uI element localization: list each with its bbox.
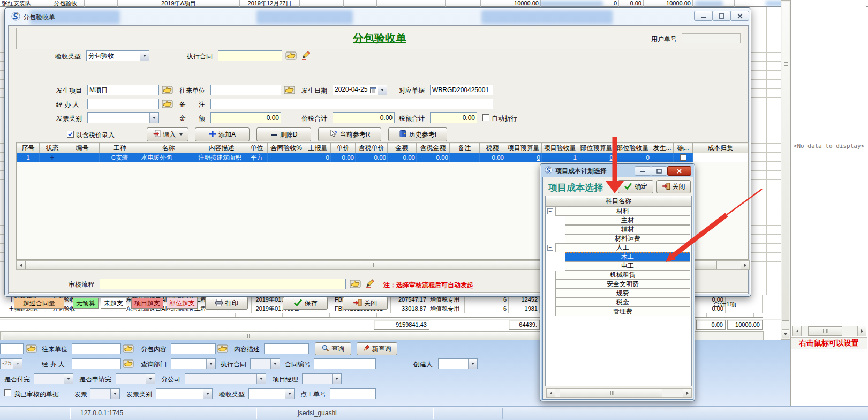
- accept-type-combo[interactable]: 分包验收: [86, 50, 149, 61]
- applied-combo[interactable]: [116, 373, 155, 384]
- tree-item-selected[interactable]: 木工: [546, 252, 691, 261]
- dialog-close-button[interactable]: [667, 166, 691, 176]
- grid-header-cell[interactable]: 税额: [480, 143, 505, 153]
- scroll-right-button[interactable]: [741, 261, 749, 269]
- grid-header-cell[interactable]: 项目预算量: [505, 143, 542, 153]
- audited-checkbox[interactable]: [4, 389, 11, 396]
- amount-input[interactable]: [210, 112, 281, 123]
- tree-item[interactable]: 主材: [546, 216, 691, 225]
- history-reference-button[interactable]: 历史参考I: [388, 128, 447, 141]
- dept-combo[interactable]: [171, 358, 216, 369]
- grid-header-cell[interactable]: 上报量: [305, 143, 331, 153]
- grid-header-cell[interactable]: 部位预算量: [578, 143, 615, 153]
- auto-wrap-checkbox[interactable]: [482, 114, 489, 121]
- hand-picker-icon[interactable]: [26, 344, 37, 355]
- hscrollbar-thumb[interactable]: [3, 332, 593, 340]
- grid-data-row-selected[interactable]: 1 + C安装 水电暖外包 注明按建筑面积 平方 0 0.00 0.00 0.0…: [17, 153, 749, 162]
- scroll-left-button[interactable]: [17, 261, 25, 269]
- handler-input[interactable]: [87, 99, 159, 109]
- right-panel-hscrollbar[interactable]: [792, 326, 866, 336]
- date-picker[interactable]: 2020-04-25: [333, 85, 387, 95]
- chevron-down-icon[interactable]: [378, 85, 387, 95]
- print-button[interactable]: 打印: [205, 297, 248, 310]
- tree-item[interactable]: 材料运费: [546, 234, 691, 243]
- work-no-input[interactable]: [330, 388, 376, 399]
- hand-picker-icon[interactable]: [217, 344, 228, 355]
- grid-header-cell[interactable]: 项目验收量: [542, 143, 578, 153]
- description-input[interactable]: [264, 343, 309, 354]
- total-with-tax-input[interactable]: [333, 112, 395, 123]
- accept-type-combo[interactable]: [248, 388, 295, 399]
- invoice-type-combo[interactable]: [87, 112, 159, 123]
- handler-input[interactable]: [72, 358, 121, 369]
- dialog-minimize-button[interactable]: [635, 166, 651, 176]
- calendar-icon[interactable]: [369, 85, 378, 95]
- import-button[interactable]: 调入: [147, 128, 188, 141]
- tree-item[interactable]: 电工: [546, 261, 691, 271]
- project-budget-link[interactable]: 0: [537, 154, 540, 161]
- save-button[interactable]: 保存: [283, 297, 328, 310]
- hand-picker-icon[interactable]: [162, 100, 173, 110]
- date-combo-partial[interactable]: -25: [0, 358, 22, 369]
- hscrollbar-thumb[interactable]: [808, 326, 842, 336]
- tree-item[interactable]: 税金: [546, 298, 691, 307]
- tree-header[interactable]: 科目名称: [546, 196, 691, 207]
- doc-no-input[interactable]: [430, 85, 493, 95]
- grid-header-cell[interactable]: 含税单价: [356, 143, 388, 153]
- maximize-button[interactable]: [712, 11, 731, 21]
- dialog-titlebar[interactable]: 项目成本计划选择: [540, 164, 695, 177]
- hand-picker-icon[interactable]: [284, 86, 295, 96]
- current-reference-button[interactable]: ? 当前参考R: [318, 128, 381, 141]
- tax-included-checkbox[interactable]: [67, 131, 74, 138]
- project-input[interactable]: [87, 85, 159, 95]
- tax-total-input[interactable]: [430, 112, 477, 123]
- grid-header-cell[interactable]: 序号: [17, 143, 40, 153]
- grid-header-cell[interactable]: 合同验收%: [268, 143, 305, 153]
- remark-input[interactable]: [210, 99, 493, 109]
- h and-picker-icon[interactable]: [123, 359, 134, 370]
- new-query-button[interactable]: 新查询: [357, 342, 397, 355]
- grid-header-cell[interactable]: 状态: [40, 143, 65, 153]
- vertical-scrollbar-thumb[interactable]: [782, 2, 789, 321]
- scroll-left-button[interactable]: [547, 389, 555, 398]
- audit-flow-input[interactable]: [100, 279, 346, 289]
- hand-picker-icon[interactable]: [285, 51, 297, 62]
- dialog-close-form-button[interactable]: 关闭: [656, 180, 691, 193]
- grid-header-cell[interactable]: 成本归集: [693, 143, 749, 153]
- grid-header-cell[interactable]: 工种: [100, 143, 140, 153]
- tree-item[interactable]: 管理费: [546, 307, 691, 316]
- invoice-combo[interactable]: [90, 388, 120, 399]
- tree-item[interactable]: 辅材: [546, 225, 691, 234]
- window-titlebar[interactable]: 分包验收单: [5, 8, 751, 25]
- tree-item[interactable]: 机械租赁: [546, 271, 691, 280]
- scroll-right-button[interactable]: [683, 389, 691, 398]
- user-doc-no-input[interactable]: [682, 33, 741, 43]
- hand-picker-icon[interactable]: [123, 344, 134, 355]
- delete-button[interactable]: 删除D: [256, 128, 311, 141]
- invoice-type-combo[interactable]: [156, 388, 213, 399]
- confirm-checkbox[interactable]: [680, 154, 686, 161]
- collapse-icon[interactable]: −: [547, 208, 553, 214]
- search-input-partial[interactable]: [0, 343, 24, 354]
- add-button[interactable]: 添加A: [195, 128, 250, 141]
- tree-item[interactable]: 安全文明费: [546, 280, 691, 289]
- minimize-button[interactable]: [694, 11, 713, 21]
- edit-pencil-icon[interactable]: [365, 279, 375, 290]
- chevron-down-icon[interactable]: [140, 51, 149, 61]
- vertical-scrollbar[interactable]: [781, 0, 790, 340]
- hscrollbar-thumb[interactable]: [560, 389, 662, 398]
- chevron-down-icon[interactable]: [13, 359, 22, 369]
- hand-picker-icon[interactable]: [350, 280, 361, 290]
- part-budget-link[interactable]: 0: [610, 154, 613, 161]
- grid-header-cell[interactable]: 编号: [65, 143, 100, 153]
- scroll-down-button[interactable]: [782, 329, 789, 338]
- grid-header-cell[interactable]: 备注: [450, 143, 480, 153]
- close-form-button[interactable]: 关闭: [343, 297, 388, 310]
- collapse-icon[interactable]: −: [547, 245, 553, 251]
- dialog-hscrollbar[interactable]: [546, 388, 692, 398]
- grid-header-cell[interactable]: 名称: [140, 143, 197, 153]
- grid-header-cell[interactable]: 确...: [674, 143, 693, 153]
- query-button[interactable]: 查询: [315, 342, 351, 355]
- scroll-left-button[interactable]: [793, 326, 802, 336]
- grid-header-cell[interactable]: 部位验收量: [615, 143, 651, 153]
